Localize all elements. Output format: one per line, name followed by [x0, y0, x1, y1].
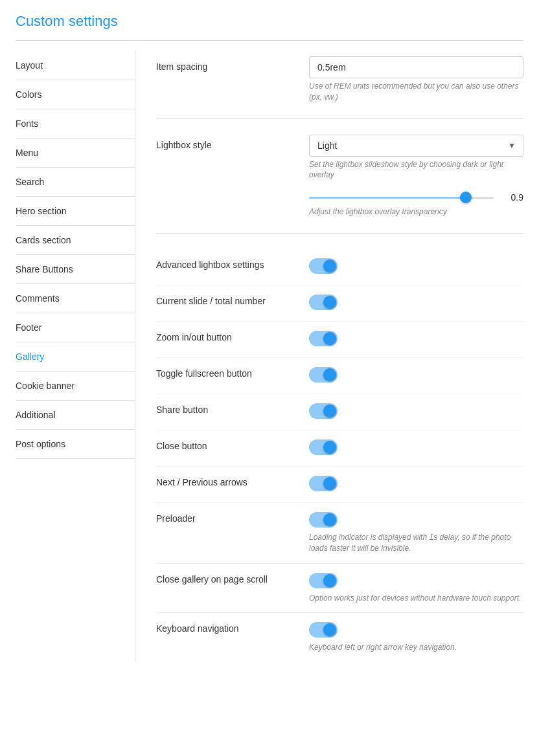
slider-value: 0.9 — [504, 192, 523, 203]
toggle-label-fullscreen-button: Toggle fullscreen button — [156, 367, 299, 379]
item-spacing-hint: Use of REM units recommended but you can… — [309, 81, 523, 103]
toggle-label-close-on-scroll: Close gallery on page scroll — [156, 573, 299, 584]
sidebar-item-footer[interactable]: Footer — [16, 313, 135, 342]
slider-track-container — [309, 191, 494, 204]
sidebar-item-gallery[interactable]: Gallery — [16, 342, 135, 372]
toggle-row-zoom-button: Zoom in/out button — [156, 322, 523, 358]
toggle-close-on-scroll[interactable] — [309, 573, 338, 588]
toggle-control-close-on-scroll: Option works just for devices without ha… — [309, 573, 523, 604]
toggle-label-prev-next: Next / Previous arrows — [156, 476, 299, 487]
toggle-control-current-slide — [309, 295, 523, 312]
lightbox-style-select[interactable]: Light Dark — [309, 135, 523, 157]
lightbox-style-label: Lightbox style — [156, 135, 299, 150]
toggle-control-zoom-button — [309, 331, 523, 348]
toggle-label-share-button: Share button — [156, 403, 299, 415]
slider-control: 0.9 Adjust the lightbox overlay transpar… — [309, 191, 523, 217]
lightbox-style-hint: Set the lightbox slideshow style by choo… — [309, 159, 523, 181]
sidebar-item-colors[interactable]: Colors — [16, 80, 135, 109]
toggles-section: Advanced lightbox settings Current slide… — [156, 249, 523, 662]
sidebar-item-search[interactable]: Search — [16, 168, 135, 197]
toggle-control-fullscreen-button — [309, 367, 523, 384]
sidebar-item-fonts[interactable]: Fonts — [16, 109, 135, 139]
page-title: Custom settings — [16, 13, 523, 41]
sidebar-item-post-options[interactable]: Post options — [16, 430, 135, 459]
sidebar-item-menu[interactable]: Menu — [16, 139, 135, 168]
toggle-control-share-button — [309, 403, 523, 421]
preloader-hint: Loading indicator is displayed with 1s d… — [309, 532, 523, 554]
toggle-label-zoom-button: Zoom in/out button — [156, 331, 299, 342]
toggle-control-advanced-lightbox — [309, 258, 523, 276]
toggle-row-keyboard-nav: Keyboard navigation Keyboard left or rig… — [156, 613, 523, 662]
close-on-scroll-hint: Option works just for devices without ha… — [309, 593, 523, 604]
sidebar-item-comments[interactable]: Comments — [16, 284, 135, 313]
toggle-fullscreen-button[interactable] — [309, 367, 338, 383]
item-spacing-input[interactable] — [309, 56, 523, 78]
toggle-label-current-slide: Current slide / total number — [156, 295, 299, 306]
slider-track — [309, 197, 494, 199]
sidebar-item-cookie-banner[interactable]: Cookie banner — [16, 372, 135, 401]
slider-empty-label — [156, 191, 299, 196]
toggle-label-close-button: Close button — [156, 439, 299, 451]
sidebar-item-share-buttons[interactable]: Share Buttons — [16, 255, 135, 284]
keyboard-nav-hint: Keyboard left or right arrow key navigat… — [309, 642, 523, 653]
toggle-control-preloader: Loading indicator is displayed with 1s d… — [309, 512, 523, 554]
item-spacing-control: Use of REM units recommended but you can… — [309, 56, 523, 103]
toggle-row-share-button: Share button — [156, 394, 523, 430]
toggle-prev-next[interactable] — [309, 476, 338, 491]
toggle-share-button[interactable] — [309, 403, 338, 419]
divider-2 — [156, 233, 523, 234]
sidebar-item-layout[interactable]: Layout — [16, 51, 135, 80]
slider-hint: Adjust the lightbox overlay transparency — [309, 206, 523, 217]
lightbox-style-select-wrapper: Light Dark ▼ — [309, 135, 523, 157]
toggle-control-keyboard-nav: Keyboard left or right arrow key navigat… — [309, 622, 523, 653]
toggle-row-fullscreen-button: Toggle fullscreen button — [156, 358, 523, 394]
toggle-row-advanced-lightbox: Advanced lightbox settings — [156, 249, 523, 285]
toggle-row-preloader: Preloader Loading indicator is displayed… — [156, 503, 523, 564]
toggle-label-advanced-lightbox: Advanced lightbox settings — [156, 258, 299, 270]
divider-1 — [156, 118, 523, 119]
sidebar-item-cards-section[interactable]: Cards section — [16, 226, 135, 255]
content-area: Item spacing Use of REM units recommende… — [135, 51, 523, 662]
toggle-current-slide[interactable] — [309, 295, 338, 310]
toggle-row-prev-next: Next / Previous arrows — [156, 467, 523, 503]
toggle-label-preloader: Preloader — [156, 512, 299, 524]
toggle-close-button[interactable] — [309, 439, 338, 455]
toggle-row-close-button: Close button — [156, 430, 523, 467]
sidebar: Layout Colors Fonts Menu Search Hero sec… — [16, 51, 135, 662]
slider-thumb[interactable] — [460, 192, 472, 203]
toggle-control-close-button — [309, 439, 523, 457]
sidebar-item-additional[interactable]: Additional — [16, 401, 135, 430]
toggle-zoom-button[interactable] — [309, 331, 338, 346]
slider-fill — [309, 197, 466, 199]
toggle-label-keyboard-nav: Keyboard navigation — [156, 622, 299, 634]
toggle-control-prev-next — [309, 476, 523, 493]
toggle-preloader[interactable] — [309, 512, 338, 528]
toggle-row-current-slide: Current slide / total number — [156, 285, 523, 322]
toggle-keyboard-nav[interactable] — [309, 622, 338, 638]
toggle-row-close-on-scroll: Close gallery on page scroll Option work… — [156, 564, 523, 614]
item-spacing-label: Item spacing — [156, 56, 299, 72]
lightbox-style-control: Light Dark ▼ Set the lightbox slideshow … — [309, 135, 523, 181]
sidebar-item-hero-section[interactable]: Hero section — [16, 197, 135, 226]
toggle-advanced-lightbox[interactable] — [309, 258, 338, 274]
